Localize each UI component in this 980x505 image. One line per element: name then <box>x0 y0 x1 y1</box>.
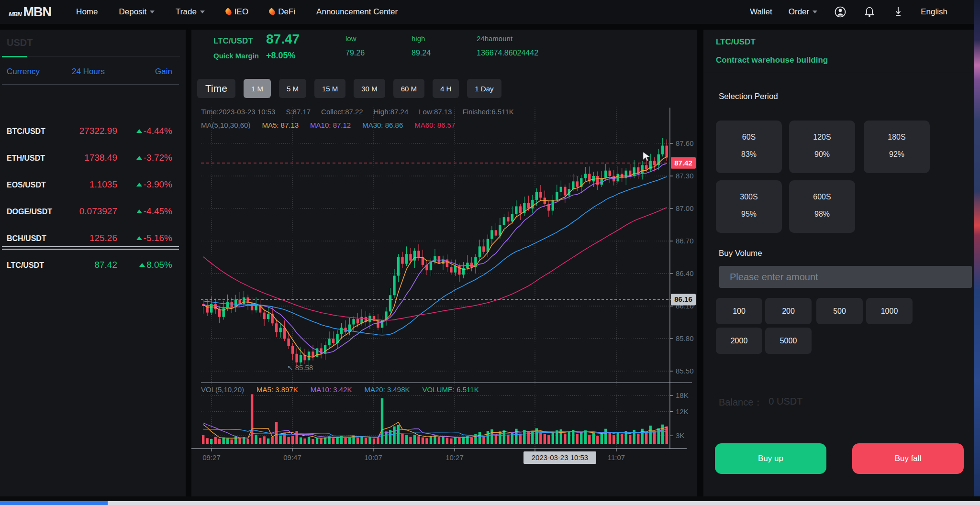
pair-label: BCH/USDT <box>7 234 46 243</box>
balance-value: 0 USDT <box>768 396 802 409</box>
market-sidebar: USDT Currency 24 Hours Gain BTC/USDT2732… <box>0 30 186 496</box>
balance-label: Balance： <box>719 396 763 409</box>
amount-button-200[interactable]: 200 <box>765 298 812 324</box>
sidebar-scrollbar-track[interactable] <box>2 249 179 250</box>
sidebar-scrollbar[interactable] <box>2 246 179 247</box>
pair-gain: -5.16% <box>136 233 172 243</box>
svg-text:87.42: 87.42 <box>674 159 692 167</box>
pair-price: 0.073927 <box>79 206 117 217</box>
period-card-600s[interactable]: 600S98% <box>789 180 855 233</box>
pair-gain: -3.90% <box>136 179 172 190</box>
tab-usdt[interactable]: USDT <box>7 37 33 48</box>
nav-language[interactable]: English <box>921 7 947 17</box>
nav-right: Wallet Order English <box>750 5 947 19</box>
svg-text:09:27: 09:27 <box>202 453 221 461</box>
user-icon[interactable] <box>834 5 847 19</box>
pair-label: DOGE/USDT <box>7 208 52 216</box>
market-row-eos[interactable]: EOS/USDT1.1035-3.90% <box>0 174 180 198</box>
logo[interactable]: MBN MBN <box>9 5 51 20</box>
amount-button-100[interactable]: 100 <box>716 298 762 324</box>
svg-text:10:27: 10:27 <box>445 453 464 461</box>
nav-order[interactable]: Order <box>789 7 817 17</box>
nav-item-home[interactable]: Home <box>76 7 98 17</box>
order-panel: LTC/USDT Contract warehouse building Sel… <box>703 30 974 496</box>
amount-button-5000[interactable]: 5000 <box>765 328 812 354</box>
buy-volume-label: Buy Volume <box>719 249 762 258</box>
tab-active-underline <box>2 56 27 57</box>
chevron-down-icon <box>150 11 155 13</box>
logo-mini: MBN <box>9 11 22 18</box>
pair-price: 1.1035 <box>89 179 117 190</box>
svg-text:86.70: 86.70 <box>676 237 694 245</box>
order-panel-title: Contract warehouse building <box>716 55 828 65</box>
pair-price: 1738.49 <box>84 153 117 163</box>
order-panel-pair: LTC/USDT <box>716 37 756 47</box>
pair-gain: 8.05% <box>139 260 172 270</box>
svg-text:09:47: 09:47 <box>283 453 301 461</box>
market-row-doge[interactable]: DOGE/USDT0.073927-4.45% <box>0 201 180 225</box>
market-row-eth[interactable]: ETH/USDT1738.49-3.72% <box>0 147 180 171</box>
pair-label: ETH/USDT <box>7 154 45 163</box>
pair-gain: -4.45% <box>136 206 172 217</box>
chevron-down-icon <box>813 11 817 13</box>
triangle-up-icon <box>136 156 142 160</box>
bottom-gap <box>0 496 980 501</box>
bell-icon[interactable] <box>863 5 876 19</box>
svg-text:86.40: 86.40 <box>676 269 694 277</box>
period-card-180s[interactable]: 180S92% <box>864 121 930 173</box>
background-image-sliver <box>974 0 980 501</box>
nav-item-deposit[interactable]: Deposit <box>119 7 155 17</box>
nav-item-announcement-center[interactable]: Announcement Center <box>316 7 398 17</box>
triangle-up-icon <box>136 183 142 187</box>
nav-item-defi[interactable]: DeFi <box>269 7 295 17</box>
period-card-120s[interactable]: 120S90% <box>789 121 855 173</box>
pair-gain: -4.44% <box>136 126 172 136</box>
chevron-down-icon <box>200 11 205 13</box>
col-gain: Gain <box>155 67 172 77</box>
buy-fall-button[interactable]: Buy fall <box>852 443 964 474</box>
svg-text:87.60: 87.60 <box>676 139 694 147</box>
market-table-header: Currency 24 Hours Gain <box>0 67 180 78</box>
buy-up-button[interactable]: Buy up <box>715 443 826 474</box>
svg-text:↖ 85.58: ↖ 85.58 <box>287 363 313 372</box>
amount-input[interactable] <box>719 266 972 288</box>
pair-price: 27322.99 <box>79 126 117 136</box>
col-currency: Currency <box>7 67 40 77</box>
nav-item-ieo[interactable]: IEO <box>226 7 248 17</box>
logo-text: MBN <box>23 5 52 20</box>
market-row-btc[interactable]: BTC/USDT27322.99-4.44% <box>0 121 180 144</box>
nav-wallet[interactable]: Wallet <box>750 7 772 17</box>
amount-button-1000[interactable]: 1000 <box>866 298 913 324</box>
period-card-60s[interactable]: 60S83% <box>716 121 782 173</box>
amount-button-2000[interactable]: 2000 <box>716 328 762 354</box>
amount-button-500[interactable]: 500 <box>816 298 863 324</box>
scrollbar-thumb[interactable] <box>0 501 108 505</box>
triangle-up-icon <box>139 263 145 267</box>
pair-label: EOS/USDT <box>7 181 46 189</box>
period-card-300s[interactable]: 300S95% <box>716 180 782 233</box>
fire-icon <box>268 8 277 16</box>
triangle-up-icon <box>136 236 142 240</box>
selection-period-label: Selection Period <box>719 92 778 101</box>
navbar: MBN MBN HomeDepositTradeIEODeFiAnnouncem… <box>0 0 980 24</box>
chart-panel: LTC/USDT 87.47 Quick Margin +8.05% low79… <box>191 30 697 496</box>
svg-text:11:07: 11:07 <box>608 453 625 461</box>
pair-label: LTC/USDT <box>7 261 44 270</box>
triangle-up-icon <box>136 209 142 213</box>
candlestick-chart-canvas[interactable]: 87.6087.3087.0086.7086.4086.1085.8085.50… <box>191 30 697 496</box>
market-row-bch[interactable]: BCH/USDT125.26-5.16% <box>0 228 180 252</box>
market-row-ltc[interactable]: LTC/USDT87.428.05% <box>0 254 180 278</box>
pair-price: 87.42 <box>94 260 117 270</box>
triangle-up-icon <box>136 129 142 133</box>
pair-label: BTC/USDT <box>7 127 45 136</box>
svg-text:87.30: 87.30 <box>676 172 694 180</box>
page-horizontal-scrollbar[interactable] <box>0 501 980 505</box>
balance-row: Balance： 0 USDT <box>719 396 802 409</box>
svg-text:12K: 12K <box>676 407 689 416</box>
svg-text:3K: 3K <box>676 431 684 439</box>
pair-gain: -3.72% <box>136 153 172 163</box>
nav-item-trade[interactable]: Trade <box>176 7 205 17</box>
download-icon[interactable] <box>892 5 904 19</box>
svg-text:85.50: 85.50 <box>676 367 694 375</box>
header-divider <box>2 84 179 85</box>
